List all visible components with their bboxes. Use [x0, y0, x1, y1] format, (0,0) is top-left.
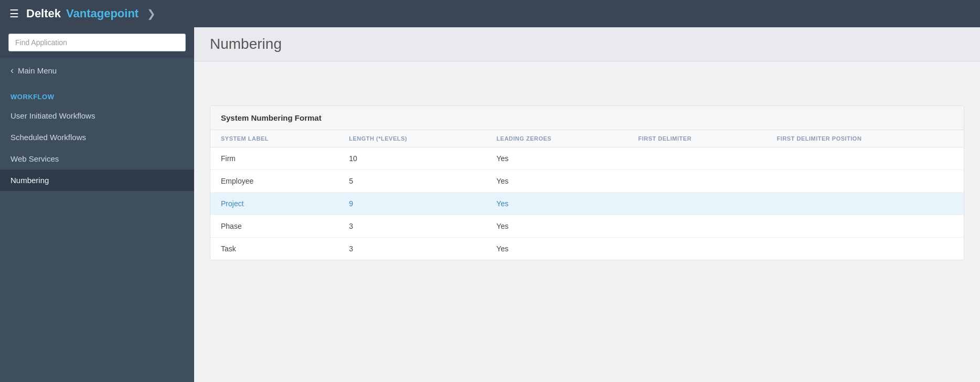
- table-row[interactable]: Project9Yes: [210, 193, 964, 215]
- sidebar-item-numbering[interactable]: Numbering: [0, 169, 194, 191]
- cell-length: 3: [338, 238, 486, 260]
- chevron-left-icon: ‹: [10, 65, 14, 76]
- cell-first-delimiter-position: [766, 215, 964, 238]
- main-layout: ‹ Main Menu WORKFLOW User Initiated Work…: [0, 27, 980, 382]
- sidebar-item-scheduled-workflows[interactable]: Scheduled Workflows: [0, 126, 194, 148]
- nav-label-numbering: Numbering: [10, 176, 49, 185]
- main-menu-nav[interactable]: ‹ Main Menu: [0, 58, 194, 83]
- cell-first-delimiter: [627, 238, 766, 260]
- main-menu-label: Main Menu: [18, 66, 57, 75]
- table-row[interactable]: Firm10Yes: [210, 147, 964, 170]
- cell-length: 10: [338, 147, 486, 170]
- cell-leading-zeroes: Yes: [486, 193, 627, 215]
- hamburger-icon[interactable]: ☰: [9, 7, 19, 20]
- col-header-length: LENGTH (*LEVELS): [338, 130, 486, 147]
- sidebar-item-web-services[interactable]: Web Services: [0, 148, 194, 169]
- cell-length: 3: [338, 215, 486, 238]
- cell-system-label: Phase: [210, 215, 338, 238]
- col-header-first-delimiter: FIRST DELIMITER: [627, 130, 766, 147]
- search-input[interactable]: [8, 34, 186, 51]
- table-section-header: System Numbering Format: [210, 106, 964, 130]
- brand-deltek: Deltek: [26, 7, 61, 20]
- cell-first-delimiter-position: [766, 170, 964, 193]
- top-bar: ☰ Deltek Vantagepoint ❯: [0, 0, 980, 27]
- numbering-table: SYSTEM LABEL LENGTH (*LEVELS) LEADING ZE…: [210, 130, 964, 260]
- page-title: Numbering: [210, 36, 964, 52]
- cell-system-label: Firm: [210, 147, 338, 170]
- col-header-system-label: SYSTEM LABEL: [210, 130, 338, 147]
- top-spacer: [210, 74, 964, 105]
- cell-system-label: Employee: [210, 170, 338, 193]
- cell-system-label: Task: [210, 238, 338, 260]
- cell-first-delimiter-position: [766, 238, 964, 260]
- col-header-first-delimiter-position: FIRST DELIMITER POSITION: [766, 130, 964, 147]
- cell-first-delimiter: [627, 215, 766, 238]
- cell-first-delimiter-position: [766, 193, 964, 215]
- cell-first-delimiter: [627, 193, 766, 215]
- cell-leading-zeroes: Yes: [486, 170, 627, 193]
- brand-chevron: ❯: [147, 7, 156, 20]
- cell-first-delimiter: [627, 170, 766, 193]
- cell-length: 5: [338, 170, 486, 193]
- content-inner: System Numbering Format SYSTEM LABEL LEN…: [194, 61, 980, 382]
- system-numbering-section: System Numbering Format SYSTEM LABEL LEN…: [210, 105, 964, 260]
- table-header-row: SYSTEM LABEL LENGTH (*LEVELS) LEADING ZE…: [210, 130, 964, 147]
- cell-leading-zeroes: Yes: [486, 215, 627, 238]
- table-row[interactable]: Employee5Yes: [210, 170, 964, 193]
- cell-leading-zeroes: Yes: [486, 238, 627, 260]
- workflow-section-label: WORKFLOW: [0, 83, 194, 105]
- cell-first-delimiter: [627, 147, 766, 170]
- nav-label-web-services: Web Services: [10, 154, 59, 163]
- search-container: [0, 27, 194, 58]
- cell-first-delimiter-position: [766, 147, 964, 170]
- cell-length: 9: [338, 193, 486, 215]
- page-title-bar: Numbering: [194, 27, 980, 61]
- table-row[interactable]: Phase3Yes: [210, 215, 964, 238]
- nav-label-scheduled: Scheduled Workflows: [10, 133, 86, 142]
- brand-vantage: Vantagepoint: [66, 7, 139, 20]
- cell-system-label: Project: [210, 193, 338, 215]
- col-header-leading-zeroes: LEADING ZEROES: [486, 130, 627, 147]
- table-row[interactable]: Task3Yes: [210, 238, 964, 260]
- cell-leading-zeroes: Yes: [486, 147, 627, 170]
- nav-label-user-initiated: User Initiated Workflows: [10, 111, 95, 120]
- sidebar-item-user-initiated-workflows[interactable]: User Initiated Workflows: [0, 105, 194, 126]
- sidebar: ‹ Main Menu WORKFLOW User Initiated Work…: [0, 27, 194, 382]
- content-area: Numbering System Numbering Format SYSTEM…: [194, 27, 980, 382]
